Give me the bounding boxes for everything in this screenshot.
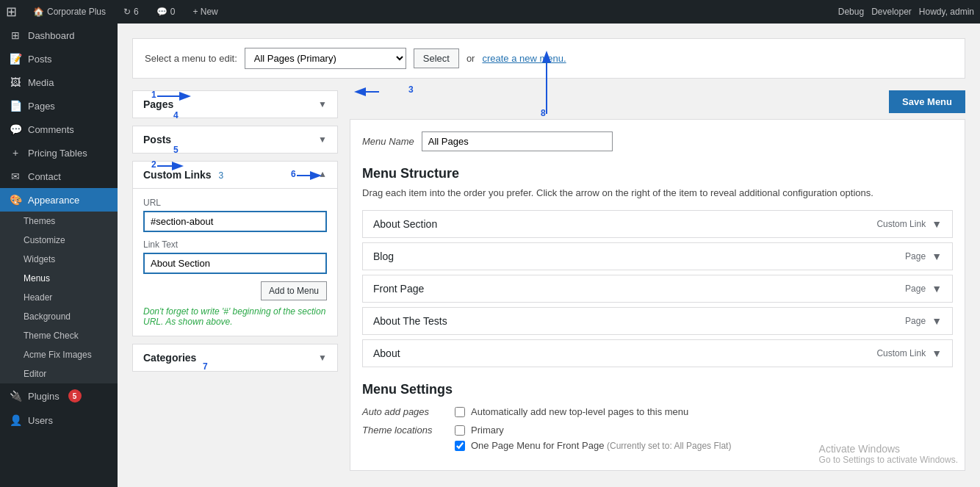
primary-label: Primary	[471, 425, 504, 436]
primary-checkbox[interactable]	[455, 425, 465, 436]
appearance-icon: 🎨	[9, 194, 22, 206]
debug-link[interactable]: Debug	[838, 7, 864, 17]
categories-accordion-header[interactable]: Categories ▼	[133, 344, 337, 371]
sidebar-sub-customize[interactable]: Customize	[0, 231, 118, 250]
posts-arrow-icon: ▼	[318, 134, 327, 145]
menu-editor: Menu Name Menu Structure Drag each item …	[350, 119, 965, 471]
menu-item-arrow-front-page[interactable]: ▼	[932, 283, 942, 295]
menu-columns: Pages ▼ Posts ▼ Custom Links	[132, 90, 965, 471]
custom-links-accordion-header[interactable]: Custom Links 3 ▼	[133, 162, 337, 188]
sidebar-sub-themes[interactable]: Themes	[0, 212, 118, 231]
site-name[interactable]: 🏠 Corporate Plus	[29, 4, 110, 20]
sidebar-item-pricing-tables[interactable]: + Pricing Tables	[0, 141, 118, 165]
top-bar-left: ⊞ 🏠 Corporate Plus ↻ 6 💬 0 + New	[6, 4, 838, 20]
menu-settings: Menu Settings Auto add pages Automatical…	[362, 382, 953, 451]
menu-select-dropdown[interactable]: All Pages (Primary)	[245, 48, 406, 69]
plugins-badge: 5	[68, 389, 82, 403]
menu-item-arrow-about[interactable]: ▼	[932, 218, 942, 230]
theme-locations-label: Theme locations	[362, 425, 443, 436]
auto-add-label: Auto add pages	[362, 406, 443, 417]
create-new-menu-link[interactable]: create a new menu.	[482, 53, 566, 64]
sidebar-item-plugins[interactable]: 🔌 Plugins 5	[0, 383, 118, 408]
categories-arrow-icon: ▼	[318, 353, 327, 363]
one-page-checkbox[interactable]	[455, 441, 465, 451]
custom-links-hint: Don't forget to write '#' beginning of t…	[143, 306, 327, 327]
url-input[interactable]	[143, 211, 327, 232]
menu-item-about-section[interactable]: About Section Custom Link ▼	[362, 210, 953, 238]
menu-settings-title: Menu Settings	[362, 382, 953, 397]
pages-accordion-header[interactable]: Pages ▼	[133, 91, 337, 118]
sidebar-sub-background[interactable]: Background	[0, 307, 118, 326]
custom-links-collapse-icon: ▼	[318, 170, 327, 180]
top-right-btn-row: Save Menu	[350, 90, 965, 113]
dashboard-icon: ⊞	[9, 29, 22, 41]
one-page-note: (Currently set to: All Pages Flat)	[607, 441, 731, 451]
menu-name-row: Menu Name	[362, 131, 953, 151]
updates-icon: ↻	[123, 7, 131, 17]
menu-left-panel: Pages ▼ Posts ▼ Custom Links	[132, 90, 338, 471]
menu-items-list: About Section Custom Link ▼ Blog Page ▼	[362, 210, 953, 367]
menu-item-blog[interactable]: Blog Page ▼	[362, 242, 953, 270]
menu-item-about[interactable]: About Custom Link ▼	[362, 339, 953, 367]
content-area: Select a menu to edit: All Pages (Primar…	[118, 24, 980, 487]
contact-icon: ✉	[9, 170, 22, 182]
sidebar-sub-acme-images[interactable]: Acme Fix Images	[0, 345, 118, 364]
appearance-submenu: Themes Customize Widgets Menus Header Ba…	[0, 212, 118, 383]
sidebar-item-users[interactable]: 👤 Users	[0, 408, 118, 432]
menu-item-arrow-blog[interactable]: ▼	[932, 250, 942, 262]
one-page-label: One Page Menu for Front Page (Currently …	[471, 440, 731, 451]
posts-icon: 📝	[9, 53, 22, 65]
menu-name-label: Menu Name	[362, 136, 414, 147]
sidebar-item-appearance[interactable]: 🎨 Appearance	[0, 188, 118, 212]
sidebar-item-media[interactable]: 🖼 Media	[0, 71, 118, 94]
custom-links-accordion: Custom Links 3 ▼ URL Link Text	[132, 161, 338, 336]
comments-item[interactable]: 💬 0	[152, 4, 180, 20]
sidebar-item-posts[interactable]: 📝 Posts	[0, 47, 118, 71]
menu-item-arrow-about-tests[interactable]: ▼	[932, 315, 942, 327]
howdy-user[interactable]: Howdy, admin	[919, 7, 974, 17]
url-label: URL	[143, 198, 327, 208]
sidebar-sub-widgets[interactable]: Widgets	[0, 250, 118, 269]
sidebar-item-pages[interactable]: 📄 Pages	[0, 94, 118, 118]
select-button[interactable]: Select	[414, 48, 459, 68]
sidebar-sub-menus[interactable]: Menus	[0, 269, 118, 288]
menu-structure-title: Menu Structure	[362, 166, 953, 181]
menu-item-about-the-tests[interactable]: About The Tests Page ▼	[362, 307, 953, 335]
new-item[interactable]: + New	[188, 4, 222, 20]
theme-locations-row: Theme locations Primary One Page Menu f	[362, 425, 953, 451]
add-to-menu-button[interactable]: Add to Menu	[261, 281, 327, 300]
auto-add-text: Automatically add new top-level pages to…	[471, 406, 688, 417]
wp-logo-icon[interactable]: ⊞	[6, 4, 17, 20]
link-text-input[interactable]	[143, 253, 327, 274]
updates-item[interactable]: ↻ 6	[119, 4, 143, 20]
house-icon: 🏠	[33, 7, 44, 17]
comments-menu-icon: 💬	[9, 123, 22, 135]
categories-accordion: Categories ▼	[132, 344, 338, 372]
menu-item-front-page[interactable]: Front Page Page ▼	[362, 275, 953, 303]
pages-arrow-icon: ▼	[318, 99, 327, 109]
sidebar-item-contact[interactable]: ✉ Contact	[0, 165, 118, 188]
select-menu-bar: Select a menu to edit: All Pages (Primar…	[132, 38, 965, 79]
posts-accordion: Posts ▼	[132, 126, 338, 154]
custom-links-body: URL Link Text Add to Menu Don't forget t…	[133, 188, 337, 336]
sidebar: ⊞ Dashboard 📝 Posts 🖼 Media 📄 Pages 💬 Co…	[0, 24, 118, 487]
sidebar-sub-header[interactable]: Header	[0, 288, 118, 307]
sidebar-item-dashboard[interactable]: ⊞ Dashboard	[0, 24, 118, 47]
posts-accordion-header[interactable]: Posts ▼	[133, 126, 337, 153]
sidebar-sub-editor[interactable]: Editor	[0, 364, 118, 383]
menu-item-arrow-about2[interactable]: ▼	[932, 347, 942, 359]
pages-accordion: Pages ▼	[132, 90, 338, 118]
select-menu-label: Select a menu to edit:	[145, 53, 237, 64]
sidebar-item-comments[interactable]: 💬 Comments	[0, 118, 118, 141]
plugins-icon: 🔌	[9, 390, 22, 402]
users-icon: 👤	[9, 414, 22, 426]
auto-add-checkbox[interactable]	[455, 407, 465, 417]
save-menu-button-top[interactable]: Save Menu	[889, 90, 965, 113]
menu-name-input[interactable]	[422, 131, 613, 151]
media-icon: 🖼	[9, 76, 22, 88]
menu-right-wrapper: Save Menu Menu Name Menu Structure Drag …	[350, 90, 965, 471]
developer-link[interactable]: Developer	[871, 7, 912, 17]
sidebar-sub-theme-check[interactable]: Theme Check	[0, 326, 118, 345]
main-layout: ⊞ Dashboard 📝 Posts 🖼 Media 📄 Pages 💬 Co…	[0, 24, 980, 487]
menu-structure-hint: Drag each item into the order you prefer…	[362, 187, 953, 198]
